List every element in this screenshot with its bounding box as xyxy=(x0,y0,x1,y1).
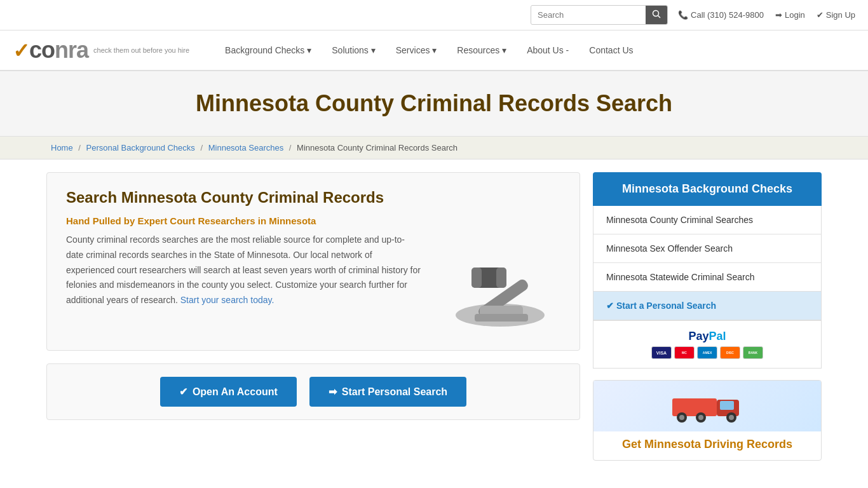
sidebar-item-personal-search[interactable]: ✔ Start a Personal Search xyxy=(593,292,821,320)
svg-point-13 xyxy=(679,415,684,420)
main-content: Search Minnesota County Criminal Records… xyxy=(34,172,834,461)
sidebar-link-county[interactable]: Minnesota County Criminal Searches xyxy=(606,215,753,225)
sidebar-link-sex-offender[interactable]: Minnesota Sex Offender Search xyxy=(606,243,733,254)
call-label: Call (310) 524-9800 xyxy=(691,10,764,20)
svg-rect-8 xyxy=(475,314,528,322)
nav-item-about[interactable]: About Us - xyxy=(517,31,579,69)
breadcrumb-current: Minnesota County Criminal Records Search xyxy=(297,143,458,152)
login-link[interactable]: ➡ Login xyxy=(775,10,805,20)
driving-records-box: Get Minnesota Driving Records xyxy=(593,380,822,461)
logo: ✓conra xyxy=(13,37,88,64)
nav-link-background-checks[interactable]: Background Checks ▾ xyxy=(215,31,322,69)
sidebar-list: Minnesota County Criminal Searches Minne… xyxy=(593,206,822,321)
start-search-icon: ➡ xyxy=(329,386,337,398)
section-title: Search Minnesota County Criminal Records xyxy=(66,189,560,207)
logo-tagline: check them out before you hire xyxy=(93,46,189,54)
driving-records-title: Get Minnesota Driving Records xyxy=(593,431,821,460)
card-icons: VISA MC AMEX DISC BANK xyxy=(651,346,763,359)
login-label: Login xyxy=(785,10,805,20)
breadcrumb-minnesota[interactable]: Minnesota Searches xyxy=(208,143,284,152)
svg-point-17 xyxy=(729,415,734,420)
search-input[interactable] xyxy=(531,6,646,24)
search-box-text: County criminal records searches are the… xyxy=(66,233,421,308)
amex-icon: AMEX xyxy=(697,346,717,359)
svg-line-1 xyxy=(658,16,661,18)
page-title-bar: Minnesota County Criminal Records Search xyxy=(0,71,868,137)
signup-label: Sign Up xyxy=(826,10,855,20)
login-icon: ➡ xyxy=(775,10,782,20)
sidebar-item-statewide[interactable]: Minnesota Statewide Criminal Search xyxy=(593,263,821,292)
top-links: 📞 Call (310) 524-9800 ➡ Login ✔ Sign Up xyxy=(678,10,855,20)
call-link[interactable]: 📞 Call (310) 524-9800 xyxy=(678,10,764,20)
section-body: County criminal records searches are the… xyxy=(66,233,421,308)
nav-link-about[interactable]: About Us - xyxy=(517,31,579,69)
action-row: ✔ Open An Account ➡ Start Personal Searc… xyxy=(46,363,580,420)
svg-rect-11 xyxy=(720,401,734,410)
open-account-button[interactable]: ✔ Open An Account xyxy=(160,377,297,407)
sidebar-item-sex-offender[interactable]: Minnesota Sex Offender Search xyxy=(593,234,821,263)
nav-item-resources[interactable]: Resources ▾ xyxy=(447,31,517,69)
paypal-box: PayPal VISA MC AMEX DISC BANK xyxy=(593,321,822,369)
sidebar-link-personal-search[interactable]: ✔ Start a Personal Search xyxy=(606,301,716,311)
sidebar-header: Minnesota Background Checks xyxy=(593,172,822,206)
nav-item-contact[interactable]: Contact Us xyxy=(579,31,643,69)
signup-link[interactable]: ✔ Sign Up xyxy=(817,10,855,20)
right-col: Minnesota Background Checks Minnesota Co… xyxy=(593,172,822,461)
mastercard-icon: MC xyxy=(674,346,695,359)
personal-search-icon: ✔ xyxy=(606,301,616,311)
phone-icon: 📞 xyxy=(678,10,688,20)
svg-rect-6 xyxy=(496,268,506,288)
start-search-button[interactable]: ➡ Start Personal Search xyxy=(309,377,466,407)
discover-icon: DISC xyxy=(720,346,740,359)
sidebar-link-statewide[interactable]: Minnesota Statewide Criminal Search xyxy=(606,272,754,282)
signup-icon: ✔ xyxy=(817,10,824,20)
nav-item-solutions[interactable]: Solutions ▾ xyxy=(322,31,385,69)
breadcrumb-sep-2: / xyxy=(200,143,203,152)
breadcrumb: Home / Personal Background Checks / Minn… xyxy=(0,137,868,159)
top-bar: 📞 Call (310) 524-9800 ➡ Login ✔ Sign Up xyxy=(0,0,868,30)
breadcrumb-home[interactable]: Home xyxy=(51,143,73,152)
search-section: Search Minnesota County Criminal Records… xyxy=(46,172,580,351)
gavel-image xyxy=(433,233,560,334)
nav-link-contact[interactable]: Contact Us xyxy=(579,31,643,69)
breadcrumb-personal[interactable]: Personal Background Checks xyxy=(86,143,195,152)
driving-box-image xyxy=(593,381,821,431)
bank-icon: BANK xyxy=(743,346,763,359)
sidebar-item-county[interactable]: Minnesota County Criminal Searches xyxy=(593,206,821,234)
paypal-text: PayPal xyxy=(688,330,726,343)
breadcrumb-sep-1: / xyxy=(78,143,81,152)
open-account-icon: ✔ xyxy=(179,386,187,398)
navbar: ✓conra check them out before you hire Ba… xyxy=(0,30,868,71)
section-subtitle: Hand Pulled by Expert Court Researchers … xyxy=(66,215,560,226)
nav-item-services[interactable]: Services ▾ xyxy=(386,31,447,69)
nav-link-solutions[interactable]: Solutions ▾ xyxy=(322,31,385,69)
nav-item-background-checks[interactable]: Background Checks ▾ xyxy=(215,31,322,69)
logo-area: ✓conra check them out before you hire xyxy=(13,30,189,70)
page-title: Minnesota County Criminal Records Search xyxy=(13,90,855,117)
left-col: Search Minnesota County Criminal Records… xyxy=(46,172,580,461)
search-box-inner: County criminal records searches are the… xyxy=(66,233,560,334)
nav-links: Background Checks ▾ Solutions ▾ Services… xyxy=(215,31,643,69)
search-button[interactable] xyxy=(646,6,667,24)
visa-card-icon: VISA xyxy=(651,346,672,359)
paypal-logo: PayPal VISA MC AMEX DISC BANK xyxy=(651,330,763,359)
search-wrapper xyxy=(531,5,668,25)
svg-rect-5 xyxy=(471,268,482,288)
start-search-link[interactable]: Start your search today. xyxy=(180,295,275,305)
nav-link-resources[interactable]: Resources ▾ xyxy=(447,31,517,69)
nav-link-services[interactable]: Services ▾ xyxy=(386,31,447,69)
svg-point-15 xyxy=(698,415,703,420)
breadcrumb-sep-3: / xyxy=(289,143,292,152)
svg-point-0 xyxy=(653,11,659,17)
